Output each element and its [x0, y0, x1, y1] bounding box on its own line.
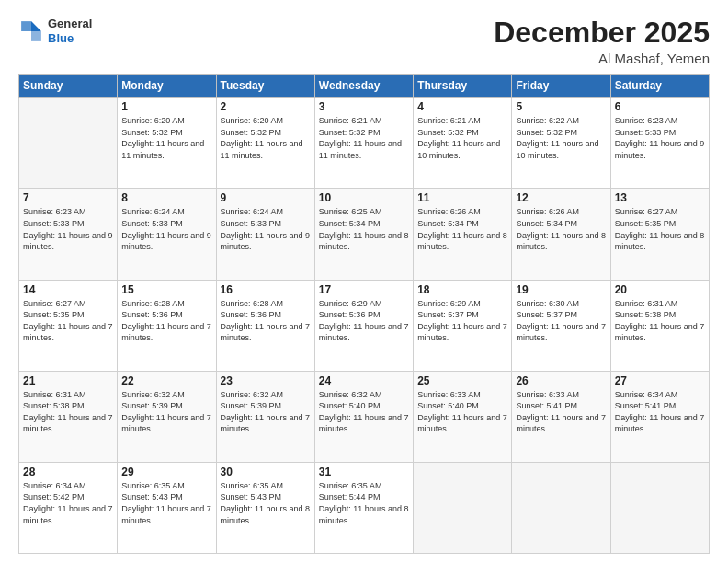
day-number: 7	[23, 191, 113, 204]
table-row: 13Sunrise: 6:27 AMSunset: 5:35 PMDayligh…	[610, 189, 709, 280]
svg-marker-1	[31, 31, 41, 41]
table-row: 31Sunrise: 6:35 AMSunset: 5:44 PMDayligh…	[314, 462, 413, 553]
day-number: 26	[516, 374, 606, 387]
day-number: 16	[221, 283, 311, 296]
day-info: Sunrise: 6:23 AMSunset: 5:33 PMDaylight:…	[23, 206, 113, 252]
day-number: 29	[121, 465, 211, 478]
day-info: Sunrise: 6:32 AMSunset: 5:39 PMDaylight:…	[221, 389, 311, 435]
table-row: 12Sunrise: 6:26 AMSunset: 5:34 PMDayligh…	[512, 189, 610, 280]
day-number: 27	[615, 374, 705, 387]
table-row: 4Sunrise: 6:21 AMSunset: 5:32 PMDaylight…	[414, 98, 512, 189]
logo-blue: Blue	[48, 31, 92, 46]
day-number: 28	[23, 465, 113, 478]
day-number: 4	[417, 100, 507, 113]
logo-icon	[18, 18, 44, 44]
header-sunday: Sunday	[19, 75, 118, 98]
day-info: Sunrise: 6:26 AMSunset: 5:34 PMDaylight:…	[516, 206, 606, 252]
header-friday: Friday	[512, 75, 610, 98]
day-number: 23	[221, 374, 311, 387]
logo-text: General Blue	[48, 17, 92, 45]
table-row: 28Sunrise: 6:34 AMSunset: 5:42 PMDayligh…	[19, 462, 118, 553]
day-info: Sunrise: 6:26 AMSunset: 5:34 PMDaylight:…	[417, 206, 507, 252]
day-info: Sunrise: 6:35 AMSunset: 5:43 PMDaylight:…	[121, 480, 211, 526]
table-row: 5Sunrise: 6:22 AMSunset: 5:32 PMDaylight…	[512, 98, 610, 189]
table-row: 6Sunrise: 6:23 AMSunset: 5:33 PMDaylight…	[610, 98, 709, 189]
day-number: 21	[23, 374, 113, 387]
location-title: Al Mashaf, Yemen	[494, 51, 710, 66]
table-row: 17Sunrise: 6:29 AMSunset: 5:36 PMDayligh…	[314, 280, 413, 371]
day-info: Sunrise: 6:32 AMSunset: 5:40 PMDaylight:…	[319, 389, 409, 435]
day-number: 24	[319, 374, 409, 387]
table-row: 10Sunrise: 6:25 AMSunset: 5:34 PMDayligh…	[314, 189, 413, 280]
day-info: Sunrise: 6:20 AMSunset: 5:32 PMDaylight:…	[121, 115, 211, 161]
table-row: 14Sunrise: 6:27 AMSunset: 5:35 PMDayligh…	[19, 280, 118, 371]
day-number: 11	[417, 191, 507, 204]
logo: General Blue	[18, 17, 92, 45]
day-info: Sunrise: 6:24 AMSunset: 5:33 PMDaylight:…	[121, 206, 211, 252]
day-info: Sunrise: 6:25 AMSunset: 5:34 PMDaylight:…	[319, 206, 409, 252]
header-tuesday: Tuesday	[216, 75, 314, 98]
day-info: Sunrise: 6:35 AMSunset: 5:44 PMDaylight:…	[319, 480, 409, 526]
table-row: 16Sunrise: 6:28 AMSunset: 5:36 PMDayligh…	[216, 280, 314, 371]
header-wednesday: Wednesday	[314, 75, 413, 98]
day-info: Sunrise: 6:28 AMSunset: 5:36 PMDaylight:…	[121, 298, 211, 344]
day-number: 31	[319, 465, 409, 478]
table-row: 24Sunrise: 6:32 AMSunset: 5:40 PMDayligh…	[314, 371, 413, 462]
day-number: 19	[516, 283, 606, 296]
week-row-4: 21Sunrise: 6:31 AMSunset: 5:38 PMDayligh…	[19, 371, 710, 462]
day-info: Sunrise: 6:20 AMSunset: 5:32 PMDaylight:…	[221, 115, 311, 161]
day-number: 17	[319, 283, 409, 296]
header: General Blue December 2025 Al Mashaf, Ye…	[18, 17, 710, 66]
day-info: Sunrise: 6:33 AMSunset: 5:41 PMDaylight:…	[516, 389, 606, 435]
table-row: 27Sunrise: 6:34 AMSunset: 5:41 PMDayligh…	[610, 371, 709, 462]
day-number: 12	[516, 191, 606, 204]
weekday-header-row: Sunday Monday Tuesday Wednesday Thursday…	[19, 75, 710, 98]
table-row: 29Sunrise: 6:35 AMSunset: 5:43 PMDayligh…	[118, 462, 216, 553]
table-row	[414, 462, 512, 553]
day-info: Sunrise: 6:21 AMSunset: 5:32 PMDaylight:…	[417, 115, 507, 161]
table-row: 25Sunrise: 6:33 AMSunset: 5:40 PMDayligh…	[414, 371, 512, 462]
header-thursday: Thursday	[414, 75, 512, 98]
day-number: 18	[417, 283, 507, 296]
day-number: 22	[121, 374, 211, 387]
day-number: 9	[221, 191, 311, 204]
day-number: 6	[615, 100, 705, 113]
day-number: 25	[417, 374, 507, 387]
day-info: Sunrise: 6:27 AMSunset: 5:35 PMDaylight:…	[23, 298, 113, 344]
table-row	[512, 462, 610, 553]
table-row: 9Sunrise: 6:24 AMSunset: 5:33 PMDaylight…	[216, 189, 314, 280]
svg-marker-2	[21, 21, 31, 31]
header-saturday: Saturday	[610, 75, 709, 98]
page: General Blue December 2025 Al Mashaf, Ye…	[0, 0, 728, 563]
table-row: 18Sunrise: 6:29 AMSunset: 5:37 PMDayligh…	[414, 280, 512, 371]
day-info: Sunrise: 6:29 AMSunset: 5:37 PMDaylight:…	[417, 298, 507, 344]
day-number: 15	[121, 283, 211, 296]
table-row: 1Sunrise: 6:20 AMSunset: 5:32 PMDaylight…	[118, 98, 216, 189]
day-info: Sunrise: 6:29 AMSunset: 5:36 PMDaylight:…	[319, 298, 409, 344]
table-row: 15Sunrise: 6:28 AMSunset: 5:36 PMDayligh…	[118, 280, 216, 371]
day-info: Sunrise: 6:31 AMSunset: 5:38 PMDaylight:…	[23, 389, 113, 435]
day-number: 10	[319, 191, 409, 204]
table-row: 20Sunrise: 6:31 AMSunset: 5:38 PMDayligh…	[610, 280, 709, 371]
day-number: 20	[615, 283, 705, 296]
logo-general: General	[48, 17, 92, 31]
table-row: 2Sunrise: 6:20 AMSunset: 5:32 PMDaylight…	[216, 98, 314, 189]
table-row: 11Sunrise: 6:26 AMSunset: 5:34 PMDayligh…	[414, 189, 512, 280]
day-number: 14	[23, 283, 113, 296]
table-row: 26Sunrise: 6:33 AMSunset: 5:41 PMDayligh…	[512, 371, 610, 462]
calendar-table: Sunday Monday Tuesday Wednesday Thursday…	[18, 74, 710, 554]
week-row-3: 14Sunrise: 6:27 AMSunset: 5:35 PMDayligh…	[19, 280, 710, 371]
header-monday: Monday	[118, 75, 216, 98]
day-info: Sunrise: 6:22 AMSunset: 5:32 PMDaylight:…	[516, 115, 606, 161]
week-row-5: 28Sunrise: 6:34 AMSunset: 5:42 PMDayligh…	[19, 462, 710, 553]
day-info: Sunrise: 6:21 AMSunset: 5:32 PMDaylight:…	[319, 115, 409, 161]
day-info: Sunrise: 6:27 AMSunset: 5:35 PMDaylight:…	[615, 206, 705, 252]
title-block: December 2025 Al Mashaf, Yemen	[494, 17, 710, 66]
month-title: December 2025	[494, 17, 710, 49]
day-info: Sunrise: 6:34 AMSunset: 5:42 PMDaylight:…	[23, 480, 113, 526]
table-row	[19, 98, 118, 189]
table-row: 22Sunrise: 6:32 AMSunset: 5:39 PMDayligh…	[118, 371, 216, 462]
day-number: 13	[615, 191, 705, 204]
table-row: 21Sunrise: 6:31 AMSunset: 5:38 PMDayligh…	[19, 371, 118, 462]
day-number: 30	[221, 465, 311, 478]
